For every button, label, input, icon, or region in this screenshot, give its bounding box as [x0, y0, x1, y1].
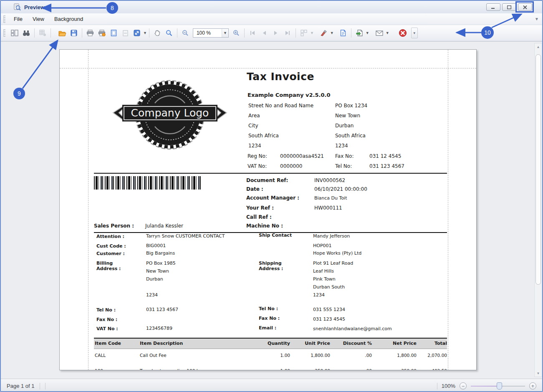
zoom-decrease-icon[interactable]: − [460, 382, 467, 389]
zoom-combobox[interactable]: 100 % ▼ [193, 28, 229, 38]
company-tel-label: Tel No: [335, 163, 352, 169]
zoom-increase-icon[interactable]: + [529, 382, 536, 389]
section-divider-1 [94, 173, 447, 174]
ship-contact-line: Mandy Jefferson [313, 233, 350, 239]
items-table-header: Item Code Item Description Quantity Unit… [94, 338, 447, 349]
zoom-percent-label: 100% [442, 383, 455, 389]
toolbar-overflow-icon[interactable]: ▼ [411, 28, 418, 38]
quick-print-icon[interactable] [96, 27, 108, 39]
status-bar: Page 1 of 1 100% − + [1, 379, 542, 392]
menubar-overflow-icon[interactable]: ▼ [535, 17, 539, 21]
company-tel-value: 031 123 4567 [369, 163, 404, 169]
open-document-icon[interactable] [56, 27, 68, 39]
shipping-line: Durban South [313, 284, 345, 290]
customer-fax-label: Fax No : [96, 317, 117, 322]
account-manager-label: Account Manager : [246, 195, 299, 201]
menu-file[interactable]: File [9, 14, 28, 24]
maximize-button[interactable] [502, 3, 516, 11]
margin-guide-right [448, 50, 448, 370]
customer-vat-value: 123456789 [146, 326, 172, 331]
items-table: Item Code Item Description Quantity Unit… [94, 338, 447, 370]
menu-view[interactable]: View [28, 14, 49, 24]
title-bar: Preview [1, 1, 542, 13]
scale-dropdown-icon[interactable]: ▼ [143, 31, 147, 35]
multiple-pages-icon [298, 27, 310, 39]
company-vat-label: VAT No: [248, 163, 267, 169]
first-page-icon [247, 27, 258, 39]
print-icon[interactable] [84, 27, 96, 39]
scale-icon[interactable] [131, 27, 143, 39]
company-po-country: South Africa [335, 133, 366, 139]
menubar-drag-grip[interactable] [3, 15, 5, 23]
company-logo-text: Company Logo [131, 107, 209, 119]
search-icon[interactable] [20, 27, 32, 39]
cust-code-label: Cust Code : [96, 243, 126, 249]
scroll-up-icon[interactable]: ▲ [535, 43, 542, 50]
col-total: Total [417, 341, 447, 346]
col-unit-price: Unit Price [290, 341, 330, 346]
company-pobox: PO Box 1234 [335, 103, 367, 109]
zoom-combobox-dropdown-icon[interactable]: ▼ [222, 29, 228, 37]
billing-line: 1234 [146, 292, 158, 298]
zoom-in-icon[interactable] [230, 27, 242, 39]
save-icon[interactable] [68, 27, 80, 39]
hand-tool-icon[interactable] [152, 27, 163, 39]
send-email-icon[interactable] [374, 27, 385, 39]
ship-contact-label: Ship Contact [259, 233, 292, 238]
zoom-out-icon[interactable] [179, 27, 191, 39]
toolbar: ▼ 100 % ▼ [1, 25, 542, 41]
ship-email-value: snenhlanhlandwalane@gmail.com [313, 326, 392, 331]
company-po-city: Durban [335, 123, 354, 129]
company-reg-label: Reg No: [248, 153, 267, 159]
customize-properties-icon[interactable] [337, 27, 349, 39]
shipping-line: Pink Town [313, 276, 336, 282]
scrollbar-thumb[interactable] [535, 54, 541, 285]
toolbar-drag-grip[interactable] [3, 29, 5, 37]
ship-fax-value: 031 123 4545 [313, 316, 345, 322]
docref-value: INV0000562 [314, 177, 345, 183]
thumbnails-icon [37, 27, 48, 39]
customer-value: Big Bargains [146, 250, 175, 256]
table-row: 100 Travel not exceeding 100 km 1.00 350… [94, 362, 447, 370]
multiple-pages-dropdown-icon: ▼ [310, 31, 314, 35]
export-document-icon[interactable] [354, 27, 365, 39]
col-net-price: Net Price [372, 341, 417, 346]
zoom-slider[interactable] [471, 382, 525, 390]
col-discount: Discount % [330, 341, 372, 346]
ship-contact-line: Hope Works (Pty) Ltd [313, 250, 361, 256]
page-setup-icon[interactable] [108, 27, 119, 39]
ship-email-label: Email : [259, 325, 276, 331]
last-page-icon [282, 27, 293, 39]
watermark-icon[interactable] [318, 27, 330, 39]
company-area: Area [248, 113, 260, 119]
billing-line: Durban [146, 276, 163, 282]
close-button-highlight [515, 1, 534, 13]
margin-guide-top [60, 68, 476, 68]
close-preview-icon[interactable] [397, 27, 409, 39]
zoom-slider-thumb[interactable] [497, 382, 502, 389]
vertical-scrollbar[interactable]: ▲ ▼ [534, 43, 542, 377]
margin-guide-left [88, 50, 88, 370]
table-row: CALL Call Out Fee 1.00 1,800.00 .00 1,80… [94, 349, 447, 362]
company-logo: Company Logo [106, 70, 230, 163]
billing-line: New Town [146, 268, 169, 274]
preview-area: Tax Invoice Company Logo Example Company… [1, 41, 543, 379]
zoom-value[interactable]: 100 % [193, 30, 222, 36]
shipping-line: 1234 [313, 292, 325, 298]
email-dropdown-icon[interactable]: ▼ [386, 31, 389, 35]
date-value: 06/10/2021 00:00:00 [314, 186, 367, 192]
company-city: City [248, 123, 258, 129]
call-ref-label: Call Ref : [246, 214, 272, 220]
company-reg-value: 0000000asa4521 [280, 153, 324, 159]
magnifier-icon[interactable] [163, 27, 175, 39]
scroll-down-icon[interactable]: ▼ [535, 370, 542, 377]
customer-label: Customer : [96, 251, 125, 256]
your-ref-label: Your Ref : [246, 205, 274, 211]
document-map-icon[interactable] [9, 27, 20, 39]
minimize-button[interactable] [486, 3, 500, 11]
invoice-barcode [94, 176, 202, 190]
menu-background[interactable]: Background [49, 14, 88, 24]
export-dropdown-icon[interactable]: ▼ [366, 31, 369, 35]
billing-line: PO Box 1985 [146, 260, 176, 266]
watermark-dropdown-icon[interactable]: ▼ [330, 31, 334, 35]
